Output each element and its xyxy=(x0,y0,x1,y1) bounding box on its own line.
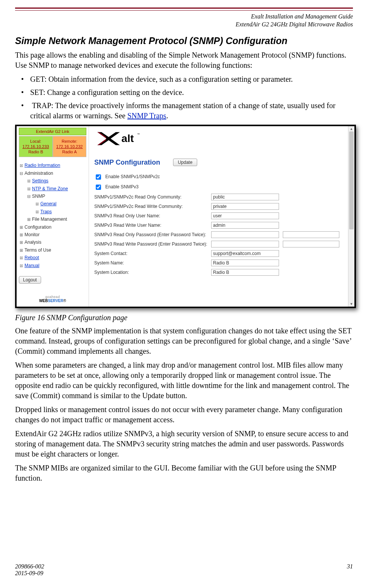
nav-settings[interactable]: Settings xyxy=(19,177,86,185)
page-top-rule xyxy=(15,8,353,11)
endpoint-label: Local: xyxy=(20,139,52,144)
nav-manual[interactable]: Manual xyxy=(19,262,86,269)
enable-v1v2c-label: Enable SNMPv1/SNMPv2c xyxy=(105,174,160,179)
feature-list: GET: Obtain information from the device,… xyxy=(15,74,353,121)
v3-ro-user-label: SNMPv3 Read Only User Name: xyxy=(94,213,211,218)
nav-label: Terms of Use xyxy=(25,247,51,253)
nav-label: Administration xyxy=(25,171,53,176)
nav-analysis[interactable]: Analysis xyxy=(19,238,86,246)
enable-v3-row: Enable SNMPv3 xyxy=(94,183,343,191)
doc-number: 209866-002 xyxy=(15,563,44,570)
v3-rw-pw2-input[interactable] xyxy=(283,241,339,247)
nav-link[interactable]: NTP & Time Zone xyxy=(32,186,68,191)
nav-label: SNMP xyxy=(32,194,45,199)
endpoint-label: Remote: xyxy=(54,139,86,144)
nav-file-management[interactable]: File Management xyxy=(19,215,86,223)
update-button[interactable]: Update xyxy=(173,159,198,166)
list-item-text: TRAP: The device proactively informs the… xyxy=(30,101,336,120)
brand-logo: alt ™ xyxy=(94,128,345,149)
enable-v3-checkbox[interactable] xyxy=(96,185,101,190)
nav-label: File Management xyxy=(32,217,67,222)
goahead-label: goahead xyxy=(19,295,86,299)
paragraph: When some parameters are changed, a link… xyxy=(15,360,353,401)
snmp-traps-link[interactable]: SNMP Traps xyxy=(127,111,166,120)
paragraph: ExtendAir G2 24GHz radios utilize SNMPv3… xyxy=(15,429,353,459)
main-panel: alt ™ SNMP Configuration Update Enable S… xyxy=(89,126,348,307)
link-banner: ExtendAir G2 Link xyxy=(19,128,86,135)
webserver-server: SERVER xyxy=(48,299,63,303)
endpoint-remote[interactable]: Remote: 172.16.10.232 Radio A xyxy=(53,136,87,157)
endpoints: Local: 172.16.10.233 Radio B Remote: 172… xyxy=(19,136,86,157)
enable-v1v2c-row: Enable SNMPv1/SNMPv2c xyxy=(94,173,343,181)
list-item: SET: Change a configuration setting on t… xyxy=(15,87,353,98)
endpoint-local[interactable]: Local: 172.16.10.233 Radio B xyxy=(19,136,53,157)
system-contact-label: System Contact: xyxy=(94,251,211,256)
nav-terms-of-use[interactable]: Terms of Use xyxy=(19,246,86,254)
nav-configuration[interactable]: Configuration xyxy=(19,223,86,231)
exalt-logo-icon: alt ™ xyxy=(94,128,158,149)
nav-monitor[interactable]: Monitor xyxy=(19,231,86,238)
figure-caption: Figure 16 SNMP Configuration page xyxy=(15,313,353,322)
system-contact-input[interactable] xyxy=(211,250,279,257)
v3-rw-pw1-input[interactable] xyxy=(211,241,279,247)
section-title: Simple Network Management Protocol (SNMP… xyxy=(15,35,353,46)
rw-community-label: SNMPv1/SNMPv2c Read Write Community: xyxy=(94,204,211,209)
nav-administration[interactable]: Administration xyxy=(19,170,86,177)
endpoint-name: Radio A xyxy=(54,149,86,154)
ro-community-label: SNMPv1/SNMPv2c Read Only Community: xyxy=(94,194,211,200)
nav-link[interactable]: Manual xyxy=(25,263,39,268)
nav-radio-information[interactable]: Radio Information xyxy=(19,162,86,169)
nav-snmp-general[interactable]: General xyxy=(19,200,86,208)
scroll-down-icon[interactable]: ▼ xyxy=(348,301,354,307)
ro-community-input[interactable] xyxy=(211,194,279,200)
v3-ro-pw2-input[interactable] xyxy=(283,231,339,238)
nav-tree: Radio Information Administration Setting… xyxy=(19,162,86,269)
scrollbar[interactable]: ▲ ▼ xyxy=(348,126,354,307)
system-location-input[interactable] xyxy=(211,269,279,276)
nav-snmp[interactable]: SNMP xyxy=(19,192,86,200)
nav-reboot[interactable]: Reboot xyxy=(19,254,86,261)
endpoint-ip: 172.16.10.233 xyxy=(20,144,52,149)
sidebar: ExtendAir G2 Link Local: 172.16.10.233 R… xyxy=(17,126,89,307)
v3-ro-user-input[interactable] xyxy=(211,212,279,219)
system-name-input[interactable] xyxy=(211,260,279,266)
nav-ntp-timezone[interactable]: NTP & Time Zone xyxy=(19,185,86,192)
v3-rw-user-label: SNMPv3 Read Write User Name: xyxy=(94,223,211,228)
nav-link[interactable]: General xyxy=(40,201,57,206)
scroll-thumb[interactable] xyxy=(349,131,354,229)
svg-text:alt: alt xyxy=(121,132,134,144)
logout-button[interactable]: Logout xyxy=(19,276,41,284)
nav-snmp-traps[interactable]: Traps xyxy=(19,208,86,215)
nav-link[interactable]: Traps xyxy=(40,209,52,214)
paragraph: Dropped links or management control issu… xyxy=(15,405,353,425)
list-item: GET: Obtain information from the device,… xyxy=(15,74,353,84)
nav-link[interactable]: Radio Information xyxy=(25,163,60,168)
paragraph: The SNMP MIBs are organized similar to t… xyxy=(15,463,353,483)
rw-community-input[interactable] xyxy=(211,203,279,210)
webserver-web: WEB xyxy=(39,299,48,303)
v3-rw-user-input[interactable] xyxy=(211,222,279,229)
nav-label: Configuration xyxy=(25,225,51,230)
list-item-tail: . xyxy=(166,111,168,120)
endpoint-name: Radio B xyxy=(20,149,52,154)
system-location-label: System Location: xyxy=(94,270,211,275)
page-number: 31 xyxy=(347,563,353,570)
v3-rw-pw-label: SNMPv3 Read Write Password (Enter Passwo… xyxy=(94,241,211,247)
intro-paragraph: This page allows the enabling and disabl… xyxy=(15,50,353,70)
nav-label: Analysis xyxy=(25,240,41,245)
nav-link[interactable]: Reboot xyxy=(25,255,39,260)
nav-link[interactable]: Settings xyxy=(32,178,48,183)
svg-text:™: ™ xyxy=(137,133,140,136)
panel-title: SNMP Configuration xyxy=(94,159,160,166)
doc-date: 2015-09-09 xyxy=(15,570,43,576)
snmp-form: Enable SNMPv1/SNMPv2c Enable SNMPv3 SNMP… xyxy=(94,173,345,276)
screenshot: ExtendAir G2 Link Local: 172.16.10.233 R… xyxy=(15,125,356,308)
nav-label: Monitor xyxy=(25,232,40,237)
system-name-label: System Name: xyxy=(94,260,211,266)
header-line2: ExtendAir G2 24GHz Digital Microwave Rad… xyxy=(15,21,353,29)
enable-v1v2c-checkbox[interactable] xyxy=(96,174,101,180)
endpoint-ip: 172.16.10.232 xyxy=(54,144,86,149)
v3-ro-pw1-input[interactable] xyxy=(211,231,279,238)
webserver-badge: goahead WEBSERVER® xyxy=(19,295,86,303)
scroll-up-icon[interactable]: ▲ xyxy=(348,126,354,131)
